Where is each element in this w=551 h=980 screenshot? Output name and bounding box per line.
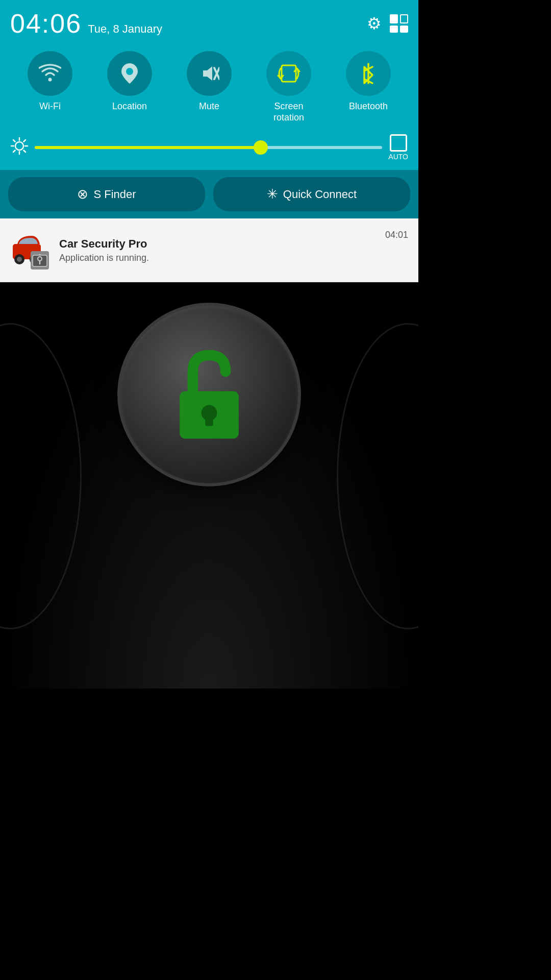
lock-button-container — [117, 303, 301, 486]
status-bar: 04:06 Tue, 8 January ⚙ — [10, 8, 408, 39]
mute-icon — [187, 51, 232, 96]
quick-connect-button[interactable]: ✳ Quick Connect — [213, 177, 410, 211]
svg-line-11 — [13, 140, 15, 142]
status-icons: ⚙ — [367, 14, 408, 33]
s-finder-icon: ⊗ — [77, 186, 88, 202]
car-security-app-icon — [10, 230, 51, 271]
svg-point-0 — [48, 78, 52, 82]
notification-title: Car Security Pro — [59, 237, 377, 251]
svg-point-1 — [126, 68, 133, 75]
screen-rotation-label: Screenrotation — [273, 101, 304, 123]
svg-marker-2 — [203, 66, 212, 81]
quick-toggles-row: Wi-Fi Location Mute — [10, 47, 408, 129]
grid-icon[interactable] — [390, 14, 408, 33]
arc-decoration-left — [0, 323, 82, 629]
auto-text: AUTO — [388, 153, 408, 161]
svg-rect-26 — [205, 413, 213, 426]
screen-rotation-icon — [266, 51, 311, 96]
bluetooth-toggle[interactable]: Bluetooth — [346, 51, 391, 112]
bluetooth-icon — [346, 51, 391, 96]
s-finder-button[interactable]: ⊗ S Finder — [8, 177, 205, 211]
location-icon — [107, 51, 152, 96]
notification-card[interactable]: Car Security Pro Application is running.… — [0, 218, 418, 282]
clock-date: Tue, 8 January — [88, 22, 162, 36]
notification-time: 04:01 — [385, 230, 408, 240]
brightness-remaining — [261, 146, 382, 149]
wifi-label: Wi-Fi — [39, 101, 61, 112]
lock-unlock-button[interactable] — [117, 303, 301, 486]
brightness-sun-icon — [10, 137, 29, 159]
mute-label: Mute — [199, 101, 219, 112]
clock-time: 04:06 — [10, 8, 82, 39]
time-date: 04:06 Tue, 8 January — [10, 8, 162, 39]
settings-icon[interactable]: ⚙ — [367, 14, 382, 33]
bluetooth-label: Bluetooth — [349, 101, 388, 112]
mute-toggle[interactable]: Mute — [187, 51, 232, 112]
svg-point-17 — [17, 257, 22, 262]
wifi-icon — [28, 51, 72, 96]
svg-line-12 — [24, 150, 26, 152]
auto-brightness[interactable]: AUTO — [388, 134, 408, 161]
brightness-slider[interactable] — [35, 146, 382, 149]
arc-decoration-right — [337, 323, 418, 629]
location-toggle[interactable]: Location — [107, 51, 152, 112]
brightness-fill — [35, 146, 261, 149]
wifi-toggle[interactable]: Wi-Fi — [28, 51, 72, 112]
location-label: Location — [112, 101, 147, 112]
quick-connect-label: Quick Connect — [283, 188, 357, 201]
svg-line-13 — [24, 140, 26, 142]
notification-panel: 04:06 Tue, 8 January ⚙ — [0, 0, 418, 170]
notification-content: Car Security Pro Application is running. — [59, 237, 377, 263]
svg-rect-5 — [282, 65, 296, 82]
lock-icon — [168, 349, 250, 440]
brightness-row: AUTO — [10, 129, 408, 170]
svg-point-6 — [15, 142, 23, 150]
screen-rotation-toggle[interactable]: Screenrotation — [266, 51, 311, 123]
auto-icon — [390, 134, 407, 152]
brightness-thumb — [254, 140, 268, 155]
notification-icon-container — [10, 230, 51, 271]
action-buttons-row: ⊗ S Finder ✳ Quick Connect — [0, 170, 418, 218]
svg-line-14 — [13, 150, 15, 152]
quick-connect-icon: ✳ — [267, 186, 278, 202]
lock-screen — [0, 282, 418, 689]
notification-body: Application is running. — [59, 253, 377, 263]
s-finder-label: S Finder — [93, 188, 136, 201]
